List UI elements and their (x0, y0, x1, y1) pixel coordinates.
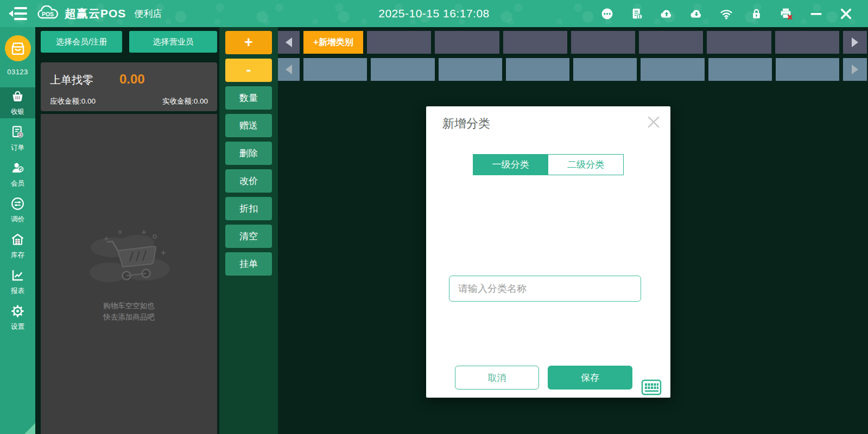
select-clerk-button[interactable]: 选择营业员 (129, 31, 217, 53)
reports-icon (10, 268, 25, 285)
sidebar-fold-decoration (24, 423, 35, 434)
store-name: 便利店 (134, 8, 162, 20)
hold-order-button[interactable]: 挂单 (225, 252, 272, 276)
add-category-button[interactable]: +新增类别 (303, 31, 363, 54)
wifi-icon[interactable] (719, 7, 733, 21)
totals-panel: 上单找零 0.00 应收金额:0.00 实收金额:0.00 (41, 62, 217, 111)
category-slot-empty[interactable] (371, 58, 434, 81)
sidebar-item-reports[interactable]: 报表 (0, 266, 35, 297)
app-name: 超赢云POS (65, 6, 126, 21)
avatar[interactable] (5, 35, 31, 61)
clear-button[interactable]: 清空 (225, 225, 272, 248)
chevron-left-icon (286, 37, 292, 47)
category-scroll-left-button[interactable] (278, 31, 300, 54)
category-slot-empty[interactable] (435, 31, 499, 54)
category-slot-empty[interactable] (573, 58, 637, 81)
cancel-button[interactable]: 取消 (455, 366, 539, 390)
cart-panel: 购物车空空如也 快去添加商品吧 (41, 114, 217, 434)
inventory-icon (10, 232, 25, 249)
change-value: 0.00 (119, 72, 145, 87)
gift-button[interactable]: 赠送 (225, 114, 272, 137)
datetime-display: 2025-10-15 16:17:08 (378, 7, 490, 20)
collapse-menu-icon[interactable] (9, 7, 27, 21)
change-price-button[interactable]: 改价 (225, 169, 272, 193)
pos-app-window: POS 超赢云POS 便利店 2025-10-15 16:17:08 03123… (0, 0, 868, 434)
category-slot-empty[interactable] (503, 31, 567, 54)
increase-button[interactable]: + (225, 31, 272, 54)
title-bar: POS 超赢云POS 便利店 2025-10-15 16:17:08 (0, 0, 868, 27)
sidebar-nav: 收银订单会员调价库存报表设置 (0, 87, 35, 338)
close-icon[interactable] (645, 114, 662, 130)
decrease-button[interactable]: - (225, 59, 272, 82)
user-id: 03123 (7, 68, 28, 76)
sidebar-item-price-adjust[interactable]: 调价 (0, 195, 35, 226)
sidebar-item-label: 收银 (11, 107, 24, 117)
action-button-column: +-数量赠送删除改价折扣清空挂单 (219, 27, 278, 434)
modal-title: 新增分类 (442, 116, 490, 132)
logo-badge-text: POS (42, 11, 54, 17)
sidebar: 03123 收银订单会员调价库存报表设置 (0, 27, 35, 434)
pos-cloud-logo-icon: POS (37, 5, 60, 22)
category-slot-empty[interactable] (707, 31, 771, 54)
sidebar-item-label: 会员 (11, 179, 24, 188)
category-row-primary: +新增类别 (278, 31, 867, 54)
receivable-amount: 应收金额:0.00 (50, 97, 96, 106)
category-slot-empty[interactable] (571, 31, 635, 54)
category-slot-empty[interactable] (367, 31, 431, 54)
tab-secondary-category[interactable]: 二级分类 (548, 154, 624, 175)
settings-icon (10, 304, 25, 321)
empty-cart-illustration (79, 225, 179, 294)
sidebar-item-cashier[interactable]: 收银 (0, 87, 35, 118)
storefront-icon (10, 40, 26, 56)
more-icon[interactable] (600, 7, 614, 21)
sidebar-item-label: 库存 (11, 251, 24, 260)
sidebar-item-settings[interactable]: 设置 (0, 302, 35, 333)
tab-primary-category[interactable]: 一级分类 (473, 154, 548, 175)
category-slot-empty[interactable] (506, 58, 569, 81)
sidebar-item-label: 调价 (11, 215, 24, 224)
change-label: 上单找零 (50, 73, 93, 87)
cloud-upload-icon[interactable] (660, 7, 674, 21)
delete-button[interactable]: 删除 (225, 142, 272, 165)
add-category-modal: 新增分类 一级分类 二级分类 取消 保存 (426, 106, 670, 398)
category-slot-empty[interactable] (708, 58, 772, 81)
save-button[interactable]: 保存 (548, 366, 632, 390)
sidebar-item-member[interactable]: 会员 (0, 159, 35, 190)
orders-icon (10, 125, 25, 142)
category-area: +新增类别 (278, 31, 867, 85)
printer-error-icon[interactable] (779, 7, 793, 21)
sidebar-item-label: 订单 (11, 143, 24, 152)
keyboard-icon (641, 379, 662, 395)
sidebar-item-inventory[interactable]: 库存 (0, 231, 35, 261)
select-member-button[interactable]: 选择会员/注册 (41, 31, 122, 53)
received-amount: 实收金额:0.00 (162, 97, 208, 106)
window-icons (600, 7, 868, 21)
lock-icon[interactable] (749, 7, 763, 21)
sidebar-item-label: 设置 (11, 322, 24, 331)
empty-cart-message: 购物车空空如也 快去添加商品吧 (103, 301, 155, 323)
virtual-keyboard-button[interactable] (641, 379, 662, 395)
category-name-input[interactable] (449, 276, 641, 302)
document-info-icon[interactable] (630, 7, 644, 21)
category-slot-empty[interactable] (641, 58, 704, 81)
category-slot-empty[interactable] (775, 31, 839, 54)
subcategory-scroll-left-button[interactable] (278, 58, 300, 81)
price-adjust-icon (10, 196, 25, 213)
cloud-download-icon[interactable] (689, 7, 704, 21)
category-slot-empty[interactable] (439, 58, 502, 81)
sidebar-item-orders[interactable]: 订单 (0, 123, 35, 154)
category-slot-empty[interactable] (776, 58, 839, 81)
discount-button[interactable]: 折扣 (225, 197, 272, 220)
quantity-button[interactable]: 数量 (225, 86, 272, 110)
menu-arrow (9, 10, 13, 17)
category-scroll-right-button[interactable] (843, 31, 867, 54)
category-slot-empty[interactable] (639, 31, 703, 54)
brand: POS 超赢云POS 便利店 (37, 5, 162, 22)
cashier-icon (10, 89, 25, 106)
close-icon[interactable] (839, 7, 853, 21)
subcategory-scroll-right-button[interactable] (843, 58, 867, 81)
member-icon (10, 161, 25, 177)
chevron-right-icon (852, 65, 858, 74)
minimize-icon[interactable] (809, 7, 823, 21)
category-slot-empty[interactable] (303, 58, 367, 81)
